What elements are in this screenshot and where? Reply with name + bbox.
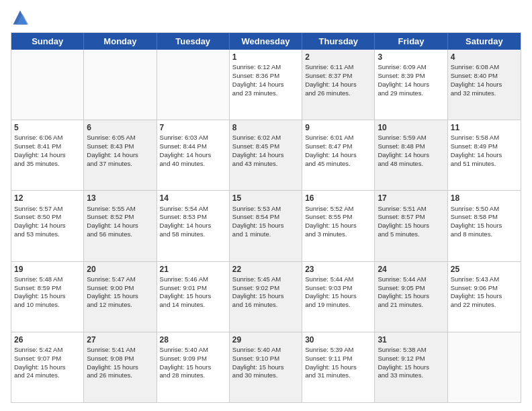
day-number: 18 bbox=[451, 193, 518, 203]
calendar-cell bbox=[448, 332, 521, 402]
calendar-cell: 24Sunrise: 5:44 AM Sunset: 9:05 PM Dayli… bbox=[375, 262, 447, 332]
day-number: 1 bbox=[232, 52, 299, 62]
day-info: Sunrise: 5:54 AM Sunset: 8:53 PM Dayligh… bbox=[160, 205, 212, 238]
day-number: 31 bbox=[378, 334, 444, 345]
calendar-cell: 14Sunrise: 5:54 AM Sunset: 8:53 PM Dayli… bbox=[157, 191, 230, 261]
header-day-sunday: Sunday bbox=[11, 33, 84, 50]
day-info: Sunrise: 5:55 AM Sunset: 8:52 PM Dayligh… bbox=[87, 205, 138, 238]
day-info: Sunrise: 5:50 AM Sunset: 8:58 PM Dayligh… bbox=[451, 205, 502, 238]
day-number: 21 bbox=[160, 264, 226, 275]
day-info: Sunrise: 6:12 AM Sunset: 8:36 PM Dayligh… bbox=[232, 63, 284, 96]
calendar-cell: 3Sunrise: 6:09 AM Sunset: 8:39 PM Daylig… bbox=[375, 50, 447, 120]
day-number: 8 bbox=[232, 122, 299, 133]
day-info: Sunrise: 5:40 AM Sunset: 9:09 PM Dayligh… bbox=[160, 346, 212, 379]
calendar-cell: 12Sunrise: 5:57 AM Sunset: 8:50 PM Dayli… bbox=[11, 191, 84, 261]
day-number: 7 bbox=[160, 122, 226, 133]
calendar-cell: 5Sunrise: 6:06 AM Sunset: 8:41 PM Daylig… bbox=[11, 120, 84, 190]
day-number: 27 bbox=[87, 334, 153, 345]
day-info: Sunrise: 6:11 AM Sunset: 8:37 PM Dayligh… bbox=[305, 63, 357, 96]
calendar-cell: 2Sunrise: 6:11 AM Sunset: 8:37 PM Daylig… bbox=[302, 50, 375, 120]
calendar-cell bbox=[11, 50, 84, 120]
header-day-tuesday: Tuesday bbox=[157, 33, 230, 50]
day-info: Sunrise: 5:47 AM Sunset: 9:00 PM Dayligh… bbox=[87, 275, 138, 308]
calendar-cell: 7Sunrise: 6:03 AM Sunset: 8:44 PM Daylig… bbox=[157, 120, 230, 190]
calendar-cell: 28Sunrise: 5:40 AM Sunset: 9:09 PM Dayli… bbox=[157, 332, 230, 402]
day-number: 14 bbox=[160, 193, 226, 203]
calendar-cell: 6Sunrise: 6:05 AM Sunset: 8:43 PM Daylig… bbox=[84, 120, 157, 190]
day-info: Sunrise: 5:48 AM Sunset: 8:59 PM Dayligh… bbox=[14, 275, 66, 308]
day-number: 19 bbox=[14, 264, 81, 275]
day-info: Sunrise: 5:44 AM Sunset: 9:05 PM Dayligh… bbox=[378, 275, 429, 308]
logo-icon bbox=[11, 8, 30, 27]
calendar-cell: 23Sunrise: 5:44 AM Sunset: 9:03 PM Dayli… bbox=[302, 262, 375, 332]
calendar-cell: 26Sunrise: 5:42 AM Sunset: 9:07 PM Dayli… bbox=[11, 332, 84, 402]
day-number: 9 bbox=[305, 122, 371, 133]
calendar-cell: 16Sunrise: 5:52 AM Sunset: 8:55 PM Dayli… bbox=[302, 191, 375, 261]
day-info: Sunrise: 6:03 AM Sunset: 8:44 PM Dayligh… bbox=[160, 134, 212, 167]
calendar-cell: 17Sunrise: 5:51 AM Sunset: 8:57 PM Dayli… bbox=[375, 191, 447, 261]
day-number: 23 bbox=[305, 264, 371, 275]
logo bbox=[11, 8, 32, 27]
calendar-cell: 25Sunrise: 5:43 AM Sunset: 9:06 PM Dayli… bbox=[448, 262, 521, 332]
day-info: Sunrise: 5:51 AM Sunset: 8:57 PM Dayligh… bbox=[378, 205, 429, 238]
day-number: 2 bbox=[305, 52, 371, 62]
calendar-body: 1Sunrise: 6:12 AM Sunset: 8:36 PM Daylig… bbox=[11, 50, 521, 402]
calendar-cell bbox=[157, 50, 230, 120]
calendar-row-3: 12Sunrise: 5:57 AM Sunset: 8:50 PM Dayli… bbox=[11, 191, 521, 261]
day-number: 26 bbox=[14, 334, 81, 345]
day-info: Sunrise: 5:39 AM Sunset: 9:11 PM Dayligh… bbox=[305, 346, 357, 379]
calendar-row-5: 26Sunrise: 5:42 AM Sunset: 9:07 PM Dayli… bbox=[11, 332, 521, 402]
day-info: Sunrise: 5:58 AM Sunset: 8:49 PM Dayligh… bbox=[451, 134, 502, 167]
calendar-cell: 21Sunrise: 5:46 AM Sunset: 9:01 PM Dayli… bbox=[157, 262, 230, 332]
day-number: 3 bbox=[378, 52, 444, 62]
calendar-row-2: 5Sunrise: 6:06 AM Sunset: 8:41 PM Daylig… bbox=[11, 120, 521, 191]
day-number: 6 bbox=[87, 122, 153, 133]
day-number: 10 bbox=[378, 122, 444, 133]
calendar-cell: 27Sunrise: 5:41 AM Sunset: 9:08 PM Dayli… bbox=[84, 332, 157, 402]
day-info: Sunrise: 5:46 AM Sunset: 9:01 PM Dayligh… bbox=[160, 275, 212, 308]
day-number: 11 bbox=[451, 122, 518, 133]
calendar-cell bbox=[84, 50, 157, 120]
header-day-monday: Monday bbox=[84, 33, 157, 50]
day-number: 4 bbox=[451, 52, 518, 62]
day-number: 13 bbox=[87, 193, 153, 203]
day-number: 17 bbox=[378, 193, 444, 203]
day-number: 28 bbox=[160, 334, 226, 345]
calendar-cell: 31Sunrise: 5:38 AM Sunset: 9:12 PM Dayli… bbox=[375, 332, 447, 402]
day-info: Sunrise: 5:38 AM Sunset: 9:12 PM Dayligh… bbox=[378, 346, 429, 379]
day-info: Sunrise: 6:01 AM Sunset: 8:47 PM Dayligh… bbox=[305, 134, 357, 167]
day-info: Sunrise: 6:06 AM Sunset: 8:41 PM Dayligh… bbox=[14, 134, 66, 167]
calendar-cell: 29Sunrise: 5:40 AM Sunset: 9:10 PM Dayli… bbox=[230, 332, 302, 402]
day-number: 15 bbox=[232, 193, 299, 203]
day-number: 25 bbox=[451, 264, 518, 275]
calendar-cell: 19Sunrise: 5:48 AM Sunset: 8:59 PM Dayli… bbox=[11, 262, 84, 332]
calendar-cell: 13Sunrise: 5:55 AM Sunset: 8:52 PM Dayli… bbox=[84, 191, 157, 261]
header-day-saturday: Saturday bbox=[448, 33, 521, 50]
calendar-cell: 8Sunrise: 6:02 AM Sunset: 8:45 PM Daylig… bbox=[230, 120, 302, 190]
calendar-cell: 9Sunrise: 6:01 AM Sunset: 8:47 PM Daylig… bbox=[302, 120, 375, 190]
day-info: Sunrise: 5:41 AM Sunset: 9:08 PM Dayligh… bbox=[87, 346, 138, 379]
day-info: Sunrise: 6:09 AM Sunset: 8:39 PM Dayligh… bbox=[378, 63, 429, 96]
day-number: 29 bbox=[232, 334, 299, 345]
day-info: Sunrise: 5:45 AM Sunset: 9:02 PM Dayligh… bbox=[232, 275, 284, 308]
day-info: Sunrise: 5:53 AM Sunset: 8:54 PM Dayligh… bbox=[232, 205, 284, 238]
day-info: Sunrise: 5:43 AM Sunset: 9:06 PM Dayligh… bbox=[451, 275, 502, 308]
header-day-friday: Friday bbox=[375, 33, 447, 50]
calendar-cell: 18Sunrise: 5:50 AM Sunset: 8:58 PM Dayli… bbox=[448, 191, 521, 261]
day-info: Sunrise: 5:40 AM Sunset: 9:10 PM Dayligh… bbox=[232, 346, 284, 379]
day-info: Sunrise: 6:02 AM Sunset: 8:45 PM Dayligh… bbox=[232, 134, 284, 167]
day-number: 12 bbox=[14, 193, 81, 203]
calendar-cell: 20Sunrise: 5:47 AM Sunset: 9:00 PM Dayli… bbox=[84, 262, 157, 332]
day-number: 22 bbox=[232, 264, 299, 275]
day-number: 24 bbox=[378, 264, 444, 275]
day-info: Sunrise: 5:42 AM Sunset: 9:07 PM Dayligh… bbox=[14, 346, 66, 379]
calendar-cell: 15Sunrise: 5:53 AM Sunset: 8:54 PM Dayli… bbox=[230, 191, 302, 261]
calendar-cell: 11Sunrise: 5:58 AM Sunset: 8:49 PM Dayli… bbox=[448, 120, 521, 190]
header-day-thursday: Thursday bbox=[302, 33, 375, 50]
calendar-cell: 1Sunrise: 6:12 AM Sunset: 8:36 PM Daylig… bbox=[230, 50, 302, 120]
calendar-row-1: 1Sunrise: 6:12 AM Sunset: 8:36 PM Daylig… bbox=[11, 50, 521, 120]
day-number: 16 bbox=[305, 193, 371, 203]
calendar-cell: 4Sunrise: 6:08 AM Sunset: 8:40 PM Daylig… bbox=[448, 50, 521, 120]
page: SundayMondayTuesdayWednesdayThursdayFrid… bbox=[0, 0, 532, 411]
calendar-cell: 30Sunrise: 5:39 AM Sunset: 9:11 PM Dayli… bbox=[302, 332, 375, 402]
